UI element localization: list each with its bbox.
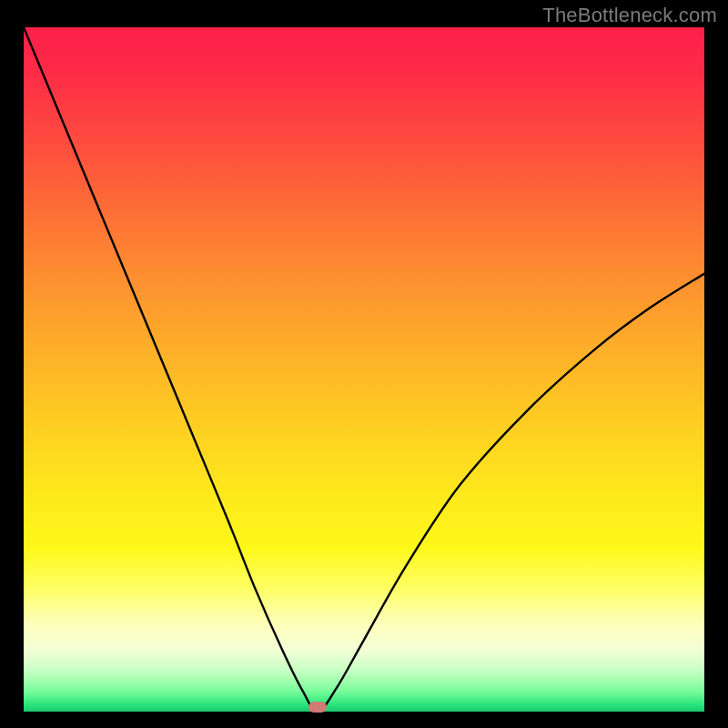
chart-frame: TheBottleneck.com xyxy=(0,0,728,728)
plot-area xyxy=(24,27,704,712)
optimal-point-marker xyxy=(308,702,327,713)
watermark-text: TheBottleneck.com xyxy=(542,4,717,27)
bottleneck-curve xyxy=(24,27,704,712)
